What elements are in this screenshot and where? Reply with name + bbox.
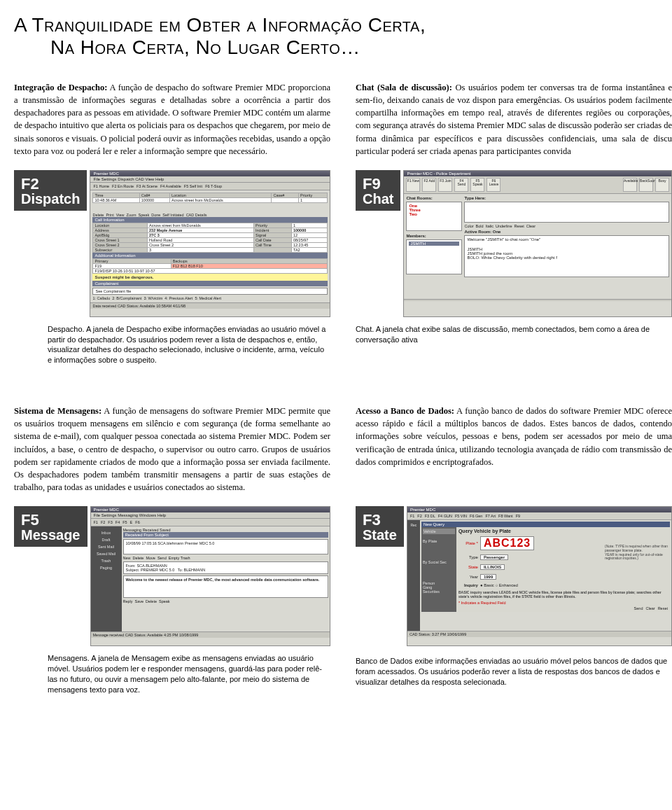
rooms-list[interactable]: One Three Two <box>406 202 462 231</box>
tb-f1[interactable]: F1 <box>410 514 414 518</box>
fb4[interactable]: 4: Previous Alert <box>164 296 192 300</box>
btn-cad[interactable]: CAD Details <box>186 213 207 217</box>
s2-right-lead: Acesso a Banco de Dados: <box>356 406 454 416</box>
row-case[interactable] <box>272 197 299 202</box>
sb-trash[interactable]: Trash <box>92 559 120 563</box>
fb1[interactable]: 1: Callado <box>92 296 110 300</box>
fmt-color[interactable]: Color <box>464 224 473 228</box>
section-1-right: Chat (Sala de discussão): Os usuários po… <box>356 81 672 158</box>
fkey-code: F3 <box>363 511 381 529</box>
tb-f4[interactable]: F4 GUN <box>438 514 452 518</box>
tb-f8[interactable]: F8 Want <box>498 514 513 518</box>
btn-zoom[interactable]: Zoom <box>127 213 136 217</box>
type-input[interactable]: Passenger <box>480 554 508 560</box>
tb-avail[interactable]: Available <box>623 178 637 192</box>
state-input[interactable]: ILLINOIS <box>480 564 505 570</box>
inq-opt[interactable]: ● Basic ○ Enhanced <box>480 583 518 587</box>
tb-atscene[interactable]: F3 At Scene <box>136 184 158 188</box>
btn-speak[interactable]: Speak <box>139 213 150 217</box>
tb-leave[interactable]: F6 Leave <box>486 178 500 192</box>
row-pri[interactable]: 1 <box>299 197 328 202</box>
tb-f3[interactable]: F3 DL <box>425 514 435 518</box>
sb-draft[interactable]: Draft <box>92 538 120 542</box>
sb-vehicle[interactable]: Vehicle <box>423 529 455 534</box>
msg-btns: New Delete Move Send Empty Trash <box>123 556 329 560</box>
msg-row[interactable]: 10/08/99 17:05:16 SCA.blehmann Premier M… <box>126 541 326 545</box>
tb-busy[interactable]: Busy <box>655 178 669 192</box>
members-list[interactable]: JSMITH <box>406 239 462 274</box>
tb-f6[interactable]: F6 Gen <box>470 514 482 518</box>
tb-f6[interactable]: F6 <box>135 520 139 524</box>
btn-move[interactable]: Move <box>146 556 155 560</box>
tb-home[interactable]: F1 Home <box>93 184 109 188</box>
sb-sent[interactable]: Sent Mail <box>92 545 120 549</box>
typehere-hdr: Type Here: <box>464 196 669 200</box>
btn-del[interactable]: Delete <box>133 556 144 560</box>
btn-delete[interactable]: Delete <box>92 213 104 217</box>
tb-f5[interactable]: F5 VIN <box>455 514 467 518</box>
tb-send[interactable]: F4 Send <box>454 178 468 192</box>
btn-speakf[interactable]: Speak <box>159 599 170 603</box>
btn-delf[interactable]: Delete <box>146 599 157 603</box>
fmt-italic[interactable]: Italic <box>486 224 493 228</box>
plate-input[interactable]: ABC123 <box>480 536 534 550</box>
btn-savef[interactable]: Save <box>135 599 144 603</box>
tb-backsoon[interactable]: BackSoon <box>639 178 653 192</box>
title-block: A Tranquilidade em Obter a Informação Ce… <box>14 14 672 59</box>
btn-empty[interactable]: Empty Trash <box>169 556 190 560</box>
tb-f5[interactable]: F5 <box>122 520 127 524</box>
fb5[interactable]: 5: Medical Alert <box>195 296 221 300</box>
row-call[interactable]: 100000 <box>139 197 169 202</box>
msg-list[interactable]: 10/08/99 17:05:16 SCA.blehmann Premier M… <box>123 539 329 554</box>
tb-f3[interactable]: F3 <box>108 520 112 524</box>
btn-clear[interactable]: Clear <box>645 606 654 610</box>
tb-self[interactable]: F5 Self Init <box>184 184 202 188</box>
state-tab-rec[interactable]: Rec <box>407 520 420 631</box>
fb2[interactable]: 2: B/Complainant <box>112 296 141 300</box>
tb-add[interactable]: F2 Add <box>422 178 436 192</box>
state-caption: Banco de Dados exibe informações enviada… <box>356 656 672 687</box>
tb-new[interactable]: F1 New <box>406 178 420 192</box>
tb-f7[interactable]: F7 Art <box>485 514 496 518</box>
btn-selfinit[interactable]: Self Initiated <box>162 213 183 217</box>
fb3[interactable]: 3: W/victim <box>144 296 162 300</box>
disp-line: F19/DISP 10-26 10-51 10-97 10-57 <box>93 268 328 273</box>
btn-done[interactable]: Done <box>151 213 160 217</box>
tb-e[interactable]: E <box>130 520 133 524</box>
row-loc[interactable]: Across street from McDonalds <box>169 197 271 202</box>
row-time[interactable]: 10:48:36 AM <box>93 197 139 202</box>
btn-send[interactable]: Send <box>634 606 643 610</box>
msg-footbtns: Reply Save Delete Speak <box>123 599 329 603</box>
tb-f4[interactable]: F4 <box>115 520 120 524</box>
btn-reset[interactable]: Reset <box>658 606 668 610</box>
tb-f2[interactable]: F2 <box>101 520 105 524</box>
tb-tstop[interactable]: F6 T-Stop <box>205 184 222 188</box>
year-input[interactable]: 1999 <box>480 574 496 580</box>
btn-print[interactable]: Print <box>106 213 113 217</box>
tb-f1[interactable]: F1 <box>94 520 98 524</box>
sb-paging[interactable]: Paging <box>92 566 120 570</box>
fmt-clear[interactable]: Clear <box>526 224 536 228</box>
member-jsmith[interactable]: JSMITH <box>409 242 459 246</box>
fmt-bold[interactable]: Bold <box>476 224 484 228</box>
ci-sub: 3 <box>148 247 254 252</box>
btn-reply[interactable]: Reply <box>123 599 133 603</box>
type-input[interactable] <box>464 202 669 223</box>
room-two[interactable]: Two <box>409 212 459 216</box>
btn-new[interactable]: New <box>123 556 131 560</box>
btn-send[interactable]: Send <box>158 556 167 560</box>
tb-f9[interactable]: F9 <box>516 514 520 518</box>
tb-enroute[interactable]: F2 En Route <box>112 184 134 188</box>
fmt-under[interactable]: Underline <box>496 224 512 228</box>
tb-f2[interactable]: F2 <box>417 514 421 518</box>
tb-join[interactable]: F3 Join <box>438 178 452 192</box>
section-1-left: Integração de Despacho: A função de desp… <box>14 81 330 158</box>
btn-view[interactable]: View <box>116 213 125 217</box>
fkey-code: F2 <box>21 175 39 193</box>
tb-avail[interactable]: F4 Available <box>160 184 181 188</box>
sb-inbox[interactable]: Inbox <box>92 531 120 535</box>
sb-sec[interactable]: Securities <box>423 589 455 594</box>
sb-saved[interactable]: Saved Mail <box>92 552 120 556</box>
tb-speak[interactable]: F5 Speak <box>470 178 484 192</box>
fmt-reset[interactable]: Reset <box>514 224 524 228</box>
